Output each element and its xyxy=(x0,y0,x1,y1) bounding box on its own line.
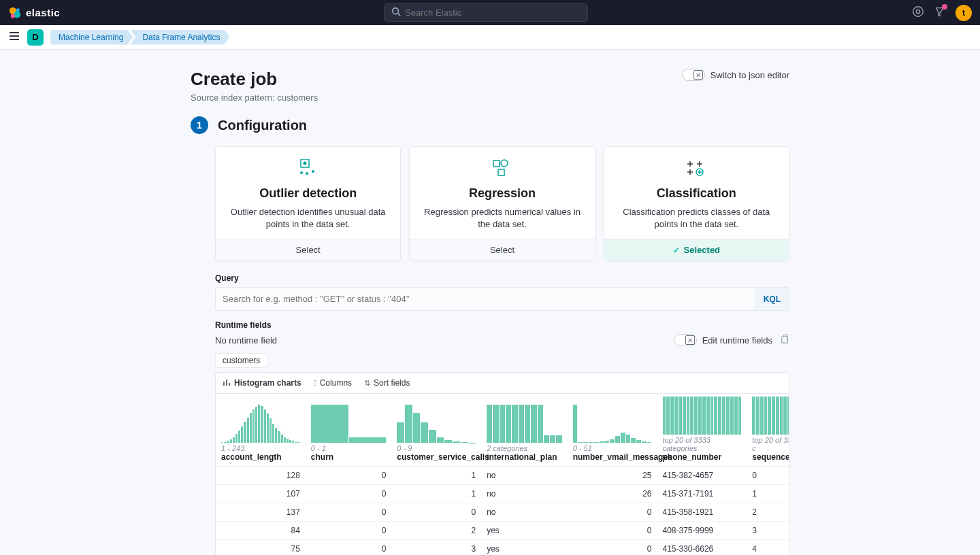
kql-toggle[interactable]: KQL xyxy=(755,288,789,310)
column-range: 0 - 1 xyxy=(311,444,387,452)
column-header[interactable]: top 20 of 3333 csequenceID xyxy=(747,394,789,467)
cell: no xyxy=(481,503,568,522)
cell: 0 xyxy=(568,503,657,522)
runtime-none-text: No runtime field xyxy=(215,335,277,346)
column-name: international_plan xyxy=(487,452,562,462)
card-outlier-detection[interactable]: Outlier detection Outlier detection iden… xyxy=(215,146,401,261)
outlier-icon xyxy=(228,159,388,178)
json-editor-toggle[interactable]: ✕ Switch to json editor xyxy=(682,69,789,81)
global-search[interactable] xyxy=(384,3,588,22)
job-type-cards: Outlier detection Outlier detection iden… xyxy=(215,146,789,261)
column-header[interactable]: 0 - 51number_vmail_messages xyxy=(568,394,657,467)
query-input-box[interactable]: KQL xyxy=(215,287,789,311)
search-icon xyxy=(391,7,401,18)
page-subtitle: Source index pattern: customers xyxy=(191,92,318,103)
cell: 415-358-1921 xyxy=(657,503,747,522)
column-header[interactable]: 1 - 243account_length xyxy=(216,394,306,467)
cell: 0 xyxy=(306,540,392,555)
step-number-badge: 1 xyxy=(191,116,208,134)
column-range: 2 categories xyxy=(487,444,562,452)
histogram xyxy=(397,405,476,443)
cell: 25 xyxy=(568,467,657,485)
menu-icon[interactable] xyxy=(8,30,20,44)
sort-icon: ⇅ xyxy=(364,379,370,388)
column-range: top 20 of 3333 categories xyxy=(663,436,742,452)
card-desc: Regression predicts numerical values in … xyxy=(422,206,582,231)
sort-fields-button[interactable]: ⇅ Sort fields xyxy=(364,378,410,388)
switch-control[interactable]: ✕ xyxy=(682,69,705,81)
svg-rect-13 xyxy=(493,161,500,167)
histogram xyxy=(663,397,742,435)
svg-point-6 xyxy=(913,7,923,16)
space-badge[interactable]: D xyxy=(27,29,44,46)
card-selected-indicator: ✓ Selected xyxy=(604,239,789,260)
step-header: 1 Configuration xyxy=(191,116,789,134)
copy-icon[interactable] xyxy=(779,334,789,346)
histogram xyxy=(752,397,789,435)
column-name: phone_number xyxy=(663,452,742,462)
svg-point-9 xyxy=(303,162,306,165)
card-regression[interactable]: Regression Regression predicts numerical… xyxy=(409,146,595,261)
card-desc: Classification predicts classes of data … xyxy=(617,206,777,231)
cell: 0 xyxy=(568,540,657,555)
classification-icon xyxy=(617,159,777,178)
column-header[interactable]: 0 - 9customer_service_calls xyxy=(391,394,481,467)
cell: 3 xyxy=(391,540,481,555)
card-classification[interactable]: Classification Classification predicts c… xyxy=(604,146,789,261)
runtime-switch[interactable]: ✕ xyxy=(674,334,697,346)
column-header[interactable]: 2 categoriesinternational_plan xyxy=(481,394,568,467)
histogram xyxy=(573,405,652,443)
elastic-logo[interactable]: elastic xyxy=(8,6,60,20)
column-header[interactable]: 0 - 1churn xyxy=(306,394,392,467)
column-header[interactable]: top 20 of 3333 categoriesphone_number xyxy=(657,394,747,467)
table-row[interactable]: 10701no26415-371-71911 xyxy=(216,485,789,503)
table-row[interactable]: 8402yes0408-375-99993 xyxy=(216,522,789,540)
card-desc: Outlier detection identifies unusual dat… xyxy=(228,206,388,231)
data-grid: 1 - 243account_length0 - 1churn0 - 9cust… xyxy=(215,393,789,555)
cell: 0 xyxy=(391,503,481,522)
columns-icon: ⦙⦙ xyxy=(314,379,316,388)
svg-point-12 xyxy=(312,170,314,173)
help-icon[interactable] xyxy=(912,5,924,20)
breadcrumb-ml[interactable]: Machine Learning xyxy=(50,30,133,45)
cell: 408-375-9999 xyxy=(657,522,747,540)
cell: no xyxy=(481,485,568,503)
global-search-input[interactable] xyxy=(405,7,581,18)
column-name: customer_service_calls xyxy=(397,452,476,462)
cell: yes xyxy=(481,540,568,555)
check-icon: ✓ xyxy=(673,246,680,255)
newsfeed-icon[interactable] xyxy=(934,5,946,20)
user-avatar[interactable]: t xyxy=(956,5,972,21)
column-range: 0 - 51 xyxy=(573,444,652,452)
cell: no xyxy=(481,467,568,485)
svg-point-1 xyxy=(14,11,20,18)
columns-button[interactable]: ⦙⦙ Columns xyxy=(314,378,352,388)
table-row[interactable]: 13700no0415-358-19212 xyxy=(216,503,789,522)
cell: 4 xyxy=(747,540,789,555)
svg-rect-26 xyxy=(223,382,225,386)
breadcrumb-dfa[interactable]: Data Frame Analytics xyxy=(130,30,229,45)
svg-point-10 xyxy=(300,171,303,174)
card-select-button[interactable]: Select xyxy=(410,239,594,260)
cell: 0 xyxy=(306,503,392,522)
step-title: Configuration xyxy=(218,118,307,133)
table-row[interactable]: 7503yes0415-330-66264 xyxy=(216,540,789,555)
edit-runtime-label: Edit runtime fields xyxy=(702,335,772,346)
page-title: Create job xyxy=(191,69,318,90)
cell: 415-330-6626 xyxy=(657,540,747,555)
cell: 107 xyxy=(216,485,306,503)
close-icon: ✕ xyxy=(693,70,703,80)
svg-rect-15 xyxy=(498,169,504,175)
query-input[interactable] xyxy=(216,288,755,310)
cell: 1 xyxy=(747,485,789,503)
card-select-button[interactable]: Select xyxy=(216,239,400,260)
svg-point-11 xyxy=(306,172,308,175)
table-row[interactable]: 12801no25415-382-46570 xyxy=(216,467,789,485)
column-name: account_length xyxy=(221,452,300,462)
svg-point-3 xyxy=(16,8,20,12)
column-name: sequenceID xyxy=(752,452,789,462)
source-chip[interactable]: customers xyxy=(215,353,267,368)
cell: 1 xyxy=(391,485,481,503)
svg-point-2 xyxy=(11,14,15,18)
histogram-charts-button[interactable]: Histogram charts xyxy=(223,378,301,388)
